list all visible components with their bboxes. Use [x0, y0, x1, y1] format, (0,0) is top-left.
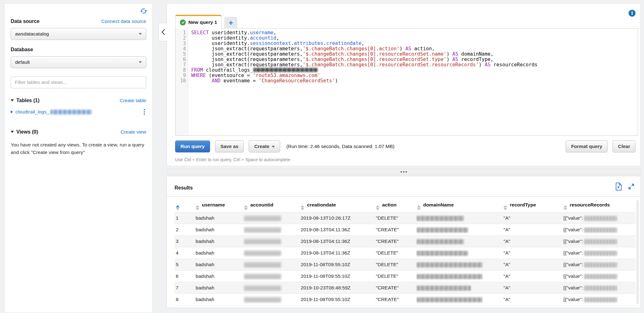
cell-resourcerecords: [{"value": [562, 259, 636, 271]
cell-action: "DELETE" [375, 259, 415, 271]
column-header-accountid[interactable]: accountid [243, 200, 299, 212]
format-query-button[interactable]: Format query [566, 140, 608, 152]
clear-button[interactable]: Clear [613, 140, 636, 152]
cell-row-number: 2 [175, 224, 194, 236]
refresh-icon-svg [140, 7, 147, 15]
sql-token: , [361, 41, 364, 46]
refresh-icon[interactable] [140, 7, 147, 15]
new-tab-plus-button[interactable]: + [225, 17, 237, 29]
column-header-resourceRecords[interactable]: resourceRecords [562, 200, 636, 212]
results-actions [615, 183, 635, 190]
views-section-label: Views (0) [16, 129, 38, 135]
tab-new-query-1[interactable]: New query 1 [175, 15, 222, 29]
sql-token: SELECT [191, 30, 209, 36]
create-view-link[interactable]: Create view [120, 129, 146, 135]
cell-action: "DELETE" [375, 271, 415, 282]
info-icon[interactable]: i [629, 10, 636, 17]
sql-token: attributes [294, 41, 323, 46]
row-number-column-header[interactable] [175, 200, 194, 212]
sql-token: cloudtrail_logs_ [203, 67, 253, 73]
cell-username: badshah [194, 247, 243, 259]
run-query-button[interactable]: Run query [175, 140, 210, 152]
table-row: 1badshah2019-08-13T10:26:17Z"DELETE""A"[… [175, 212, 636, 224]
sql-token: 'route53.amazonaws.com' [253, 73, 320, 78]
redacted-accountid [244, 297, 281, 302]
sql-token: useridentity. [191, 41, 250, 46]
column-header-recordType[interactable]: recordType [502, 200, 562, 212]
cell-accountid [243, 212, 299, 224]
cell-accountid [243, 282, 299, 294]
line-number: 6 [175, 57, 186, 62]
cell-username: badshah [194, 224, 243, 236]
redacted-domain-name [417, 228, 468, 233]
expand-fullscreen-icon[interactable] [628, 183, 635, 190]
table-row: 5badshah2019-11-08T09:55:10Z"DELETE""A"[… [175, 259, 636, 271]
views-section-toggle[interactable]: Views (0) [11, 129, 38, 135]
sql-code-line: json_extract(requestparameters,'$.change… [191, 62, 638, 68]
table-item-cloudtrail-logs[interactable]: cloudtrail_logs_ [11, 109, 92, 115]
sql-token: json_extract(requestparameters, [191, 57, 303, 62]
sql-token: AS [452, 57, 458, 62]
cell-accountid [243, 224, 299, 236]
sql-token: '$.changeBatch.changes[0].resourceRecord… [303, 51, 447, 57]
collapse-sidebar-button[interactable] [158, 23, 167, 41]
sql-token: '$.changeBatch.changes[0].resourceRecord… [303, 62, 479, 68]
create-table-link[interactable]: Create table [120, 98, 146, 103]
sql-token: '$.changeBatch.changes[0].resourceRecord… [303, 57, 447, 62]
redacted-resource-records [584, 274, 617, 279]
results-panel: Results usernamea [167, 176, 641, 308]
connect-data-source-link[interactable]: Connect data source [101, 19, 146, 24]
triangle-right-icon [11, 110, 13, 113]
table-options-kebab-icon[interactable] [142, 108, 146, 115]
sql-token: recordType, [458, 57, 493, 62]
triangle-down-icon [11, 131, 14, 133]
cell-domainname [416, 259, 502, 271]
sql-token: , [273, 30, 276, 36]
download-results-file-icon[interactable] [615, 183, 622, 190]
column-header-action[interactable]: action [375, 200, 415, 212]
sql-token: accountid [250, 35, 276, 41]
column-header-creationdate[interactable]: creationdate [299, 200, 375, 212]
database-select[interactable]: default [11, 56, 146, 68]
sql-editor[interactable]: 12345678910 SELECT useridentity.username… [175, 28, 638, 136]
save-as-button[interactable]: Save as [215, 140, 244, 152]
filter-tables-input[interactable] [11, 76, 146, 88]
cell-accountid [243, 294, 299, 305]
database-selected-value: default [15, 59, 30, 65]
cell-action: "CREATE" [375, 224, 415, 236]
cell-username: badshah [194, 271, 243, 282]
create-label: Create [254, 144, 269, 149]
table-row: 6badshah2019-11-08T09:55:10Z"DELETE""A"[… [175, 271, 636, 282]
sql-code-area[interactable]: SELECT useridentity.username, useridenti… [188, 29, 638, 135]
results-scrollbar[interactable] [636, 200, 639, 304]
resource-records-prefix: [{"value": [564, 227, 583, 232]
cell-username: badshah [194, 282, 243, 294]
redacted-accountid [244, 250, 281, 256]
tables-section-toggle[interactable]: Tables (1) [11, 98, 40, 103]
table-row: 8badshah2019-11-08T09:55:10Z"CREATE""A"[… [175, 294, 636, 305]
cell-creationdate: 2019-08-13T04:11:36Z [299, 224, 375, 236]
cell-resourcerecords: [{"value": [562, 224, 636, 236]
redacted-resource-records [584, 239, 617, 244]
resource-records-prefix: [{"value": [564, 239, 583, 244]
sql-code-line: useridentity.sessioncontext.attributes.c… [191, 41, 638, 46]
create-dropdown-button[interactable]: Create [249, 140, 280, 152]
cell-row-number: 4 [175, 247, 194, 259]
redacted-resource-records [584, 251, 617, 256]
sql-token: AND [212, 78, 220, 84]
data-source-label: Data source [11, 19, 40, 24]
column-header-username[interactable]: username [194, 200, 243, 212]
cell-domainname [416, 224, 502, 236]
database-label: Database [11, 47, 33, 52]
views-empty-message: You have not created any views. To creat… [11, 141, 146, 156]
column-header-label: creationdate [307, 202, 336, 207]
tab-label: New query 1 [188, 19, 217, 25]
results-header-divider [167, 196, 641, 197]
panel-resize-handle[interactable] [167, 169, 641, 175]
data-source-select[interactable]: awsdatacatalog [11, 28, 146, 40]
line-number: 1 [175, 30, 186, 36]
redacted-domain-name [417, 274, 482, 279]
sql-token: 'ChangeResourceRecordSets' [259, 78, 335, 84]
cell-action: "DELETE" [375, 247, 415, 259]
column-header-domainName[interactable]: domainName [416, 200, 502, 212]
